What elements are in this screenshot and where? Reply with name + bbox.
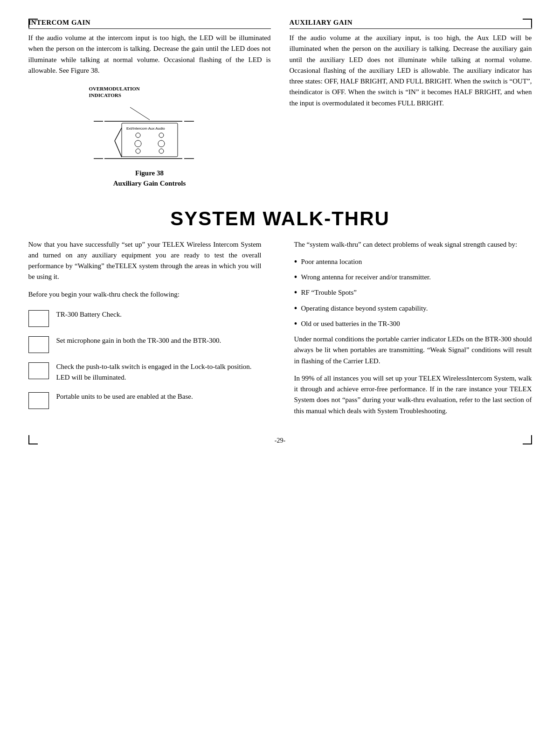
checklist-text-4: Portable units to be used are enabled at… bbox=[56, 391, 262, 402]
bullet-dot-4: • bbox=[294, 303, 297, 313]
svg-text:Ext/Intercom   Aux Audio: Ext/Intercom Aux Audio bbox=[126, 126, 165, 131]
svg-line-0 bbox=[130, 107, 150, 120]
checklist-item-1: TR-300 Battery Check. bbox=[28, 309, 262, 327]
top-two-col: INTERCOM GAIN If the audio volume at the… bbox=[28, 19, 532, 194]
figure-caption: Figure 38 Auxiliary Gain Controls bbox=[113, 168, 186, 189]
svg-point-11 bbox=[158, 140, 165, 147]
walk-right-para2: In 99% of all instances you will set up … bbox=[294, 373, 532, 416]
svg-point-8 bbox=[136, 133, 140, 138]
svg-point-10 bbox=[135, 140, 141, 147]
bullet-item-1: • Poor antenna location bbox=[294, 257, 532, 267]
overmodulation-label: OVERMODULATIONINDICATORS bbox=[89, 85, 140, 99]
checklist: TR-300 Battery Check. Set microphone gai… bbox=[28, 309, 262, 409]
figure-caption-line2: Auxiliary Gain Controls bbox=[113, 180, 186, 187]
diagram-svg: Ext/Intercom Aux Audio bbox=[89, 99, 210, 164]
svg-point-13 bbox=[159, 149, 164, 153]
bullet-dot-3: • bbox=[294, 287, 297, 298]
walk-left-col: Now that you have successfully “set up” … bbox=[28, 239, 271, 423]
intercom-gain-body: If the audio volume at the intercom inpu… bbox=[28, 33, 271, 76]
corner-mark-br bbox=[523, 435, 532, 444]
figure-caption-line1: Figure 38 bbox=[135, 169, 164, 177]
svg-line-14 bbox=[115, 128, 122, 141]
bottom-two-col: Now that you have successfully “set up” … bbox=[28, 239, 532, 423]
bullet-text-1: Poor antenna location bbox=[301, 257, 362, 267]
before-check: Before you begin your walk-thru check th… bbox=[28, 289, 262, 300]
figure-diagram: OVERMODULATIONINDICATORS bbox=[84, 85, 215, 164]
auxiliary-gain-section: AUXILIARY GAIN If the audio volume at th… bbox=[290, 19, 532, 194]
checklist-item-2: Set microphone gain in both the TR-300 a… bbox=[28, 335, 262, 353]
walk-intro: Now that you have successfully “set up” … bbox=[28, 239, 262, 283]
bullet-text-2: Wrong antenna for receiver and/or transm… bbox=[301, 272, 431, 283]
checklist-text-2: Set microphone gain in both the TR-300 a… bbox=[56, 335, 262, 346]
walk-right-col: The “system walk-thru” can detect proble… bbox=[290, 239, 532, 423]
walk-right-para1: Under normal conditions the portable car… bbox=[294, 334, 532, 367]
checklist-text-1: TR-300 Battery Check. bbox=[56, 309, 262, 320]
checklist-item-4: Portable units to be used are enabled at… bbox=[28, 391, 262, 409]
page-number: -29- bbox=[28, 437, 532, 444]
checklist-text-3: Check the push-to-talk switch is engaged… bbox=[56, 361, 262, 383]
intercom-gain-section: INTERCOM GAIN If the audio volume at the… bbox=[28, 19, 271, 194]
walk-right-intro: The “system walk-thru” can detect proble… bbox=[294, 239, 532, 250]
bullet-item-4: • Operating distance beyond system capab… bbox=[294, 303, 532, 314]
auxiliary-gain-body: If the audio volume at the auxiliary inp… bbox=[290, 33, 532, 109]
bullet-item-3: • RF “Trouble Spots” bbox=[294, 287, 532, 298]
checkbox-4 bbox=[28, 392, 49, 409]
svg-point-9 bbox=[159, 133, 164, 138]
bullet-dot-2: • bbox=[294, 272, 297, 282]
system-walk-thru-heading: SYSTEM WALK-THRU bbox=[28, 208, 532, 230]
checkbox-2 bbox=[28, 336, 49, 353]
svg-point-12 bbox=[136, 149, 140, 153]
bullet-item-5: • Old or used batteries in the TR-300 bbox=[294, 319, 532, 329]
checklist-item-3: Check the push-to-talk switch is engaged… bbox=[28, 361, 262, 383]
bullet-list: • Poor antenna location • Wrong antenna … bbox=[294, 257, 532, 329]
bullet-text-5: Old or used batteries in the TR-300 bbox=[301, 319, 400, 329]
bullet-dot-1: • bbox=[294, 257, 297, 267]
bullet-text-4: Operating distance beyond system capabil… bbox=[301, 303, 428, 314]
page-container: INTERCOM GAIN If the audio volume at the… bbox=[28, 19, 532, 444]
bullet-item-2: • Wrong antenna for receiver and/or tran… bbox=[294, 272, 532, 283]
intercom-gain-title: INTERCOM GAIN bbox=[28, 19, 271, 29]
corner-mark-bl bbox=[28, 435, 38, 444]
corner-mark-tl bbox=[28, 19, 38, 28]
checkbox-1 bbox=[28, 310, 49, 327]
bullet-text-3: RF “Trouble Spots” bbox=[301, 287, 357, 298]
checkbox-3 bbox=[28, 362, 49, 379]
bullet-dot-5: • bbox=[294, 319, 297, 329]
auxiliary-gain-title: AUXILIARY GAIN bbox=[290, 19, 532, 29]
corner-mark-tr bbox=[523, 19, 532, 28]
figure-38-area: OVERMODULATIONINDICATORS bbox=[28, 85, 271, 189]
svg-line-15 bbox=[115, 141, 122, 157]
